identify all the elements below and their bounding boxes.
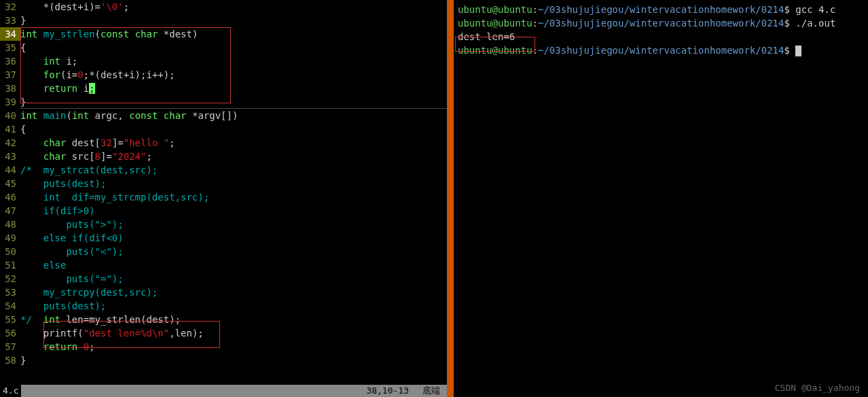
code-content[interactable]: return 0; bbox=[20, 340, 447, 353]
code-content[interactable]: puts("="); bbox=[20, 272, 447, 286]
line-number: 57 bbox=[0, 340, 20, 353]
code-line[interactable]: 46 int dif=my_strcmp(dest,src); bbox=[0, 190, 447, 204]
code-line[interactable]: 44/* my_strcat(dest,src); bbox=[0, 163, 447, 177]
line-number: 48 bbox=[0, 218, 20, 231]
code-line[interactable]: 53 my_strcpy(dest,src); bbox=[0, 286, 447, 299]
terminal-pane[interactable]: ubuntu@ubuntu:~/03shujujiegou/wintervaca… bbox=[454, 0, 868, 397]
line-number: 38 bbox=[0, 82, 20, 95]
line-number: 54 bbox=[0, 299, 20, 313]
code-line[interactable]: 57 return 0; bbox=[0, 340, 447, 353]
prompt-user: ubuntu@ubuntu bbox=[458, 45, 532, 56]
code-content[interactable]: char src[8]="2024"; bbox=[20, 150, 447, 163]
line-number: 35 bbox=[0, 41, 20, 54]
status-scroll: 底端 bbox=[416, 385, 447, 397]
line-number: 32 bbox=[0, 0, 20, 14]
code-content[interactable]: } bbox=[20, 353, 447, 367]
code-content[interactable]: int my_strlen(const char *dest) bbox=[20, 27, 447, 41]
watermark-text: CSDN @Dai_yahong bbox=[775, 383, 860, 393]
code-content[interactable]: */ int len=my_strlen(dest); bbox=[20, 313, 447, 326]
code-content[interactable]: int main(int argc, const char *argv[]) bbox=[20, 109, 447, 122]
code-editor-pane[interactable]: 32 *(dest+i)='\0';33}34int my_strlen(con… bbox=[0, 0, 447, 397]
prompt-path: ~/03shujujiegou/wintervacationhomework/0… bbox=[538, 18, 784, 29]
line-number: 36 bbox=[0, 54, 20, 68]
code-line[interactable]: 43 char src[8]="2024"; bbox=[0, 150, 447, 163]
code-content[interactable]: int i; bbox=[20, 54, 447, 68]
terminal-cursor bbox=[795, 46, 801, 56]
code-content[interactable]: puts("<"); bbox=[20, 245, 447, 258]
code-content[interactable]: else if(dif<0) bbox=[20, 231, 447, 245]
line-number: 50 bbox=[0, 245, 20, 258]
line-number: 42 bbox=[0, 136, 20, 150]
terminal-output: dest len=6 bbox=[458, 30, 864, 44]
code-content[interactable]: if(dif>0) bbox=[20, 204, 447, 218]
code-content[interactable]: my_strcpy(dest,src); bbox=[20, 286, 447, 299]
code-line[interactable]: 38 return i; bbox=[0, 82, 447, 95]
code-line[interactable]: 39} bbox=[0, 95, 447, 109]
terminal-command: ./a.out bbox=[795, 18, 835, 29]
code-content[interactable]: } bbox=[20, 14, 447, 27]
line-number: 51 bbox=[0, 258, 20, 272]
line-number: 44 bbox=[0, 163, 20, 177]
code-line[interactable]: 50 puts("<"); bbox=[0, 245, 447, 258]
code-content[interactable]: { bbox=[20, 122, 447, 136]
line-number: 53 bbox=[0, 286, 20, 299]
code-line[interactable]: 37 for(i=0;*(dest+i);i++); bbox=[0, 68, 447, 82]
code-line[interactable]: 54 puts(dest); bbox=[0, 299, 447, 313]
line-number: 40 bbox=[0, 109, 20, 122]
code-line[interactable]: 45 puts(dest); bbox=[0, 177, 447, 190]
code-content[interactable]: { bbox=[20, 41, 447, 54]
line-number: 39 bbox=[0, 95, 20, 109]
code-line[interactable]: 52 puts("="); bbox=[0, 272, 447, 286]
code-content[interactable]: } bbox=[20, 95, 447, 109]
terminal-line: ubuntu@ubuntu:~/03shujujiegou/wintervaca… bbox=[458, 44, 864, 57]
code-line[interactable]: 34int my_strlen(const char *dest) bbox=[0, 27, 447, 41]
terminal-line: ubuntu@ubuntu:~/03shujujiegou/wintervaca… bbox=[458, 16, 864, 30]
line-number: 43 bbox=[0, 150, 20, 163]
line-number: 37 bbox=[0, 68, 20, 82]
status-position: 38,10-13 bbox=[359, 385, 416, 397]
code-content[interactable]: *(dest+i)='\0'; bbox=[20, 0, 447, 14]
status-filename: 4.c bbox=[0, 385, 21, 397]
code-line[interactable]: 56 printf("dest len=%d\n",len); bbox=[0, 326, 447, 340]
code-content[interactable]: printf("dest len=%d\n",len); bbox=[20, 326, 447, 340]
code-line[interactable]: 41{ bbox=[0, 122, 447, 136]
code-content[interactable]: for(i=0;*(dest+i);i++); bbox=[20, 68, 447, 82]
prompt-path: ~/03shujujiegou/wintervacationhomework/0… bbox=[538, 4, 784, 15]
code-line[interactable]: 47 if(dif>0) bbox=[0, 204, 447, 218]
code-line[interactable]: 48 puts(">"); bbox=[0, 218, 447, 231]
terminal-command: gcc 4.c bbox=[795, 4, 835, 15]
code-content[interactable]: puts(dest); bbox=[20, 299, 447, 313]
terminal-line: ubuntu@ubuntu:~/03shujujiegou/wintervaca… bbox=[458, 3, 864, 16]
code-line[interactable]: 33} bbox=[0, 14, 447, 27]
line-number: 45 bbox=[0, 177, 20, 190]
line-number: 58 bbox=[0, 353, 20, 367]
code-content[interactable]: puts(">"); bbox=[20, 218, 447, 231]
pane-divider[interactable] bbox=[447, 0, 454, 397]
code-content[interactable]: else bbox=[20, 258, 447, 272]
code-line[interactable]: 35{ bbox=[0, 41, 447, 54]
code-line[interactable]: 36 int i; bbox=[0, 54, 447, 68]
line-number: 47 bbox=[0, 204, 20, 218]
code-content[interactable]: puts(dest); bbox=[20, 177, 447, 190]
prompt-user: ubuntu@ubuntu bbox=[458, 4, 532, 15]
code-line[interactable]: 55*/ int len=my_strlen(dest); bbox=[0, 313, 447, 326]
code-line[interactable]: 49 else if(dif<0) bbox=[0, 231, 447, 245]
editor-status-bar: 4.c 38,10-13 底端 bbox=[0, 385, 447, 397]
code-line[interactable]: 42 char dest[32]="hello "; bbox=[0, 136, 447, 150]
code-content[interactable]: int dif=my_strcmp(dest,src); bbox=[20, 190, 447, 204]
code-line[interactable]: 58} bbox=[0, 353, 447, 367]
line-number: 56 bbox=[0, 326, 20, 340]
code-content[interactable]: char dest[32]="hello "; bbox=[20, 136, 447, 150]
line-number: 34 bbox=[0, 27, 20, 41]
line-number: 33 bbox=[0, 14, 20, 27]
prompt-user: ubuntu@ubuntu bbox=[458, 18, 532, 29]
code-content[interactable]: return i; bbox=[20, 82, 447, 95]
code-content[interactable]: /* my_strcat(dest,src); bbox=[20, 163, 447, 177]
code-line[interactable]: 51 else bbox=[0, 258, 447, 272]
line-number: 55 bbox=[0, 313, 20, 326]
line-number: 46 bbox=[0, 190, 20, 204]
line-number: 52 bbox=[0, 272, 20, 286]
code-line[interactable]: 40int main(int argc, const char *argv[]) bbox=[0, 109, 447, 122]
code-line[interactable]: 32 *(dest+i)='\0'; bbox=[0, 0, 447, 14]
line-number: 41 bbox=[0, 122, 20, 136]
